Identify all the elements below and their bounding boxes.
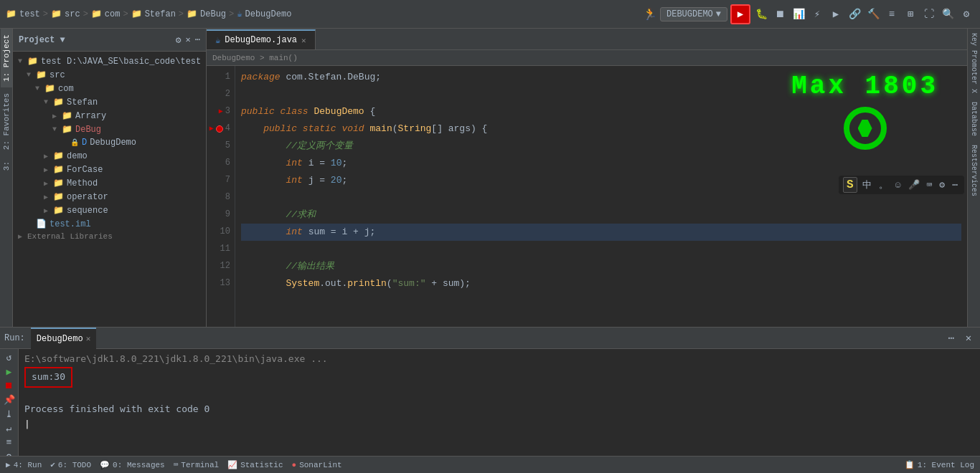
panel-settings-icon[interactable]: ⋯ <box>944 332 958 344</box>
output-process-line: Process finished with exit code 0 <box>24 402 974 417</box>
tree-item-test[interactable]: ▼ 📁 test D:\JAVA_SE\basic_code\test <box>13 54 206 68</box>
stop-icon[interactable]: ⏹ <box>772 6 788 22</box>
status-terminal[interactable]: ⌨ Terminal <box>174 460 219 469</box>
tree-item-iml[interactable]: 📄 test.iml <box>13 217 206 231</box>
arrow-icon: ▼ <box>16 57 24 65</box>
stop-run-button[interactable]: ⏹ <box>2 381 17 391</box>
gear-icon[interactable]: ⚙ <box>176 34 182 46</box>
gear-run-button[interactable]: ⚙ <box>2 451 17 456</box>
code-editor[interactable]: 1 2 ▶ 3 ▶ 4 5 6 7 8 9 10 11 12 13 <box>207 66 967 327</box>
ln-10: 10 <box>207 224 230 241</box>
status-sonarlint[interactable]: ● SonarLint <box>292 461 342 469</box>
coverage-icon[interactable]: 📊 <box>791 6 806 22</box>
breadcrumb-test[interactable]: test <box>19 9 40 19</box>
right-tab-restservices[interactable]: RestServices <box>969 140 979 201</box>
ime-settings[interactable]: ⚙ <box>937 178 947 191</box>
ime-dot[interactable]: 。 <box>877 178 890 192</box>
breadcrumb-com[interactable]: com <box>105 9 121 19</box>
editor-tab-debugdemo[interactable]: ☕ DebugDemo.java ✕ <box>207 29 316 49</box>
run-config-dropdown[interactable]: DEBUGDEMO ▼ <box>660 7 727 22</box>
token-semi2: ; <box>341 173 347 188</box>
build-icon[interactable]: 🔨 <box>865 6 881 22</box>
tree-item-operator[interactable]: ▶ 📁 operator <box>13 190 206 204</box>
more-icon2[interactable]: ⋯ <box>195 34 200 45</box>
more-icon[interactable]: ≡ <box>884 6 900 22</box>
tab-close-icon[interactable]: ✕ <box>301 36 306 45</box>
code-content[interactable]: package com.Stefan.DeBug; public class D… <box>235 66 967 327</box>
filter-button[interactable]: ≡ <box>2 437 17 448</box>
tree-item-sequence[interactable]: ▶ 📁 sequence <box>13 204 206 217</box>
status-event-log[interactable]: 📋 1: Event Log <box>905 460 974 469</box>
tree-label: src <box>50 70 65 80</box>
breadcrumb: 📁 test > 📁 src > 📁 com > 📁 Stefan > 📁 De… <box>6 9 639 19</box>
restart-button[interactable]: ↺ <box>2 352 17 363</box>
ime-keyboard[interactable]: ⌨ <box>925 178 935 191</box>
bottom-panel: Run: DebugDemo ✕ ⋯ ✕ ↺ ▶ ⏹ 📌 ⤓ ↵ ≡ ⚙ E:\… <box>0 327 980 456</box>
token-20: 20 <box>331 173 342 188</box>
expand-icon[interactable]: ⛶ <box>921 6 937 22</box>
tree-item-external-libraries[interactable]: ▶ External Libraries <box>13 231 206 242</box>
ln-6: 6 <box>207 155 230 172</box>
play-run-button[interactable]: ▶ <box>2 366 17 378</box>
file-icon: ☕ <box>237 9 242 19</box>
ln-7: 7 <box>207 172 230 189</box>
run-output[interactable]: E:\software\jdk1.8.0_221\jdk1.8.0_221\bi… <box>19 349 980 456</box>
line-numbers: 1 2 ▶ 3 ▶ 4 5 6 7 8 9 10 11 12 13 <box>207 66 235 327</box>
ime-s-button[interactable]: S <box>843 177 857 193</box>
panel-close-icon[interactable]: ✕ <box>961 332 976 344</box>
editor-breadcrumb: DebugDemo > main() <box>207 50 967 66</box>
tree-item-arrary[interactable]: ▶ 📁 Arrary <box>13 109 206 123</box>
sidebar-item-favorites[interactable]: 2: Favorites <box>1 87 12 156</box>
attach-icon[interactable]: 🔗 <box>847 6 862 22</box>
tree-item-stefan[interactable]: ▼ 📁 Stefan <box>13 95 206 109</box>
ime-smile[interactable]: ☺ <box>893 179 903 191</box>
breadcrumb-stefan[interactable]: Stefan <box>145 9 176 19</box>
soft-wrap-button[interactable]: ↵ <box>2 423 17 434</box>
run-tab-debugdemo[interactable]: DebugDemo ✕ <box>31 328 96 349</box>
tree-item-src[interactable]: ▼ 📁 src <box>13 68 206 82</box>
tree-item-com[interactable]: ▼ 📁 com <box>13 82 206 95</box>
code-line-9: //求和 <box>241 206 961 224</box>
sidebar-item-project[interactable]: 1: Project <box>1 29 12 87</box>
right-tab-database[interactable]: Database <box>969 97 979 140</box>
search-icon[interactable]: 🔍 <box>940 6 956 22</box>
profile-icon[interactable]: ⚡ <box>809 6 825 22</box>
run-button[interactable]: ▶ <box>730 4 750 24</box>
breadcrumb-debugdemo[interactable]: DebugDemo <box>245 9 292 19</box>
settings-icon[interactable]: ⚙ <box>958 6 974 22</box>
chevron-down-icon: ▼ <box>716 9 721 19</box>
ln-11: 11 <box>207 241 230 258</box>
play-icon[interactable]: ▶ <box>828 6 844 22</box>
lock-icon: 🔒 <box>70 138 79 147</box>
right-tab-keypromoter[interactable]: Key Promoter X <box>969 29 979 97</box>
close-icon[interactable]: ✕ <box>186 34 191 45</box>
status-run[interactable]: ▶ 4: Run <box>6 460 42 469</box>
status-terminal-label: Terminal <box>181 461 219 469</box>
breadcrumb-src[interactable]: src <box>65 9 80 19</box>
sidebar-item-structure-left[interactable]: 3: <box>1 156 12 176</box>
process-msg: Process finished with exit code 0 <box>24 403 209 414</box>
run-status-icon: ▶ <box>6 460 11 469</box>
breadcrumb-debug[interactable]: DeBug <box>200 9 226 19</box>
tree-item-forcase[interactable]: ▶ 📁 ForCase <box>13 163 206 176</box>
arrow-icon: ▶ <box>16 232 24 241</box>
ln-12: 12 <box>207 258 230 275</box>
pin-button[interactable]: 📌 <box>2 394 17 406</box>
tree-item-debugdemo[interactable]: 🔒 D DebugDemo <box>13 136 206 149</box>
tree-item-debug-folder[interactable]: ▼ 📁 DeBug <box>13 123 206 136</box>
tree-item-method[interactable]: ▶ 📁 Method <box>13 176 206 190</box>
status-messages[interactable]: 💬 0: Messages <box>100 460 165 469</box>
run-tab-close-icon[interactable]: ✕ <box>86 334 91 343</box>
scroll-end-button[interactable]: ⤓ <box>2 408 17 420</box>
tree-item-demo[interactable]: ▶ 📁 demo <box>13 149 206 163</box>
arrow-icon: ▼ <box>42 98 50 106</box>
debug-icon[interactable]: 🐛 <box>753 6 769 22</box>
ime-more2[interactable]: ⋯ <box>950 178 960 191</box>
layout-icon[interactable]: ⊞ <box>903 6 918 22</box>
folder-icon: 📁 <box>53 164 64 175</box>
project-label: Project ▼ <box>19 35 171 45</box>
ime-chinese[interactable]: 中 <box>860 178 874 192</box>
status-statistic[interactable]: 📈 Statistic <box>227 460 283 469</box>
ime-mic[interactable]: 🎤 <box>906 178 922 191</box>
status-todo[interactable]: ✔ 6: TODO <box>50 460 91 469</box>
